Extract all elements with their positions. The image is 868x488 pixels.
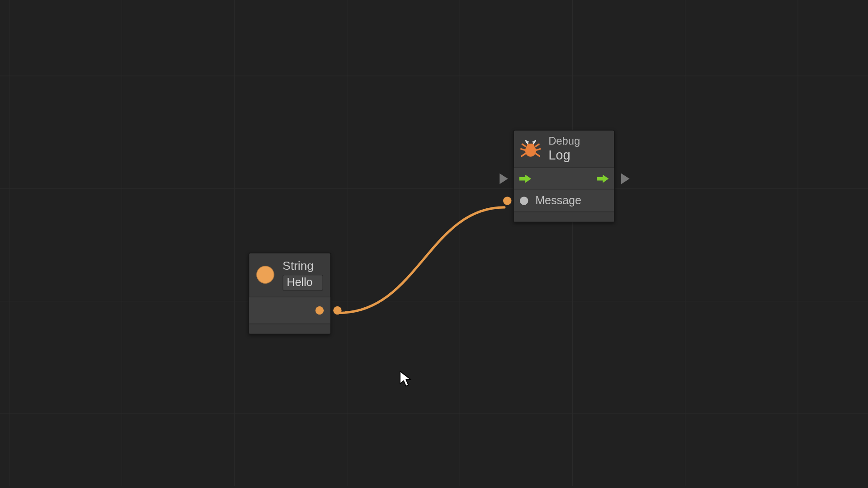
string-output-port-inner[interactable]: [316, 306, 324, 314]
node-string-type-label: String: [283, 259, 323, 273]
svg-rect-1: [527, 144, 534, 149]
string-output-port[interactable]: [333, 306, 341, 314]
cursor-icon: [400, 371, 413, 387]
node-debug-flow-row: [514, 168, 614, 189]
node-debug-footer: [514, 211, 614, 221]
node-debug-title: Log: [548, 148, 580, 163]
flow-out-port[interactable]: [621, 174, 629, 184]
node-string-footer: [249, 324, 330, 333]
bug-icon: [520, 138, 541, 160]
string-type-icon: [256, 266, 274, 284]
message-port-inner[interactable]: [520, 197, 528, 205]
flow-in-icon: [519, 174, 532, 183]
node-string[interactable]: String Hello: [249, 253, 331, 334]
node-string-output-row: [249, 297, 330, 324]
node-debug-log[interactable]: Debug Log: [513, 130, 614, 222]
node-string-value[interactable]: Hello: [283, 275, 323, 291]
flow-out-icon: [596, 174, 609, 183]
node-debug-message-row: Message: [514, 189, 614, 211]
message-input-port[interactable]: [503, 197, 511, 205]
node-debug-header[interactable]: Debug Log: [514, 131, 614, 168]
connection-wire[interactable]: [0, 0, 868, 486]
flow-in-port[interactable]: [500, 174, 508, 184]
graph-canvas[interactable]: String Hello: [0, 0, 868, 486]
message-label: Message: [535, 194, 581, 207]
node-debug-category: Debug: [548, 135, 580, 147]
node-string-header[interactable]: String Hello: [249, 253, 330, 297]
grid-background: [0, 0, 868, 486]
